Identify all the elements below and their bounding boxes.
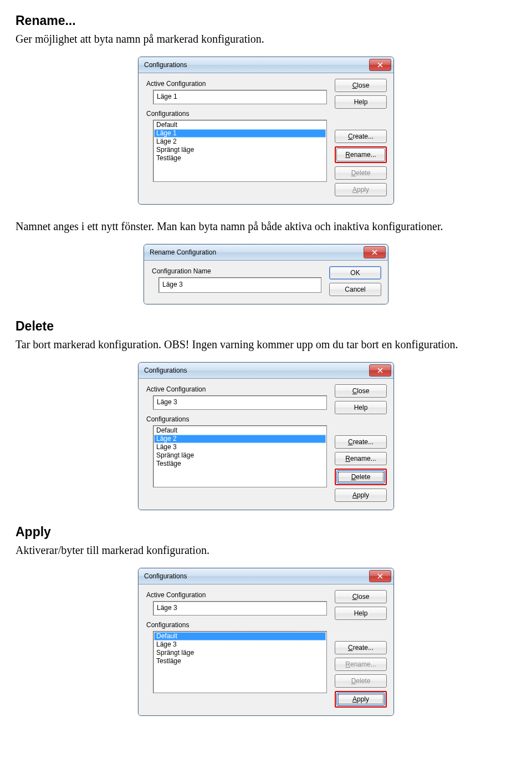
help-button[interactable]: Help	[335, 607, 387, 620]
close-icon[interactable]	[364, 246, 386, 258]
close-icon[interactable]	[369, 570, 391, 582]
section-apply-para: Aktiverar/byter till markerad konfigurat…	[16, 543, 516, 558]
section-rename-para1: Ger möjlighet att byta namn på markerad …	[16, 32, 516, 47]
section-rename-title: Rename...	[16, 13, 516, 28]
rename-button[interactable]: Rename...	[335, 658, 387, 671]
rename-configuration-dialog: Rename Configuration Configuration Name …	[144, 244, 388, 304]
apply-button[interactable]: Apply	[335, 489, 387, 502]
configurations-dialog-2: Configurations Active Configuration Läge…	[138, 362, 394, 510]
configurations-label: Configurations	[146, 415, 327, 423]
dialog-titlebar[interactable]: Configurations	[139, 568, 393, 584]
list-item[interactable]: Läge 3	[154, 640, 326, 649]
list-item[interactable]: Sprängt läge	[154, 451, 326, 460]
list-item[interactable]: Läge 2	[154, 435, 326, 443]
close-button[interactable]: Close	[335, 79, 387, 92]
close-icon[interactable]	[369, 59, 391, 71]
list-item[interactable]: Testläge	[154, 154, 326, 162]
configurations-dialog-1: Configurations Active Configuration Läge…	[138, 57, 394, 205]
active-configuration-value: Läge 1	[153, 90, 327, 104]
delete-button[interactable]: Delete	[335, 674, 387, 688]
help-button[interactable]: Help	[335, 401, 387, 414]
list-item[interactable]: Testläge	[154, 657, 326, 665]
section-delete-para: Tar bort markerad konfiguration. OBS! In…	[16, 337, 516, 352]
list-item[interactable]: Sprängt läge	[154, 146, 326, 154]
delete-button[interactable]: Delete	[336, 470, 385, 484]
active-configuration-value: Läge 3	[153, 395, 327, 410]
active-configuration-label: Active Configuration	[146, 385, 327, 393]
close-button[interactable]: Close	[335, 590, 387, 603]
apply-button[interactable]: Apply	[335, 183, 387, 196]
list-item[interactable]: Läge 1	[154, 129, 326, 138]
section-apply-title: Apply	[16, 525, 516, 540]
list-item[interactable]: Testläge	[154, 460, 326, 468]
close-icon[interactable]	[369, 364, 391, 377]
create-button[interactable]: Create...	[335, 130, 387, 143]
delete-highlight: Delete	[335, 469, 387, 485]
list-item[interactable]: Läge 3	[154, 443, 326, 451]
configurations-listbox[interactable]: Default Läge 3 Sprängt läge Testläge	[153, 631, 327, 693]
configuration-name-label: Configuration Name	[152, 267, 321, 275]
configurations-listbox[interactable]: Default Läge 1 Läge 2 Sprängt läge Testl…	[153, 120, 327, 182]
configurations-listbox[interactable]: Default Läge 2 Läge 3 Sprängt läge Testl…	[153, 425, 327, 487]
configurations-dialog-3: Configurations Active Configuration Läge…	[138, 568, 394, 716]
close-button[interactable]: Close	[335, 384, 387, 398]
list-item[interactable]: Default	[154, 121, 326, 129]
apply-button[interactable]: Apply	[336, 693, 385, 706]
delete-button[interactable]: Delete	[335, 166, 387, 180]
help-button[interactable]: Help	[335, 95, 387, 109]
dialog-title: Configurations	[144, 367, 187, 374]
active-configuration-value: Läge 3	[153, 601, 327, 616]
create-button[interactable]: Create...	[335, 641, 387, 654]
active-configuration-label: Active Configuration	[146, 591, 327, 599]
dialog-titlebar[interactable]: Rename Configuration	[144, 245, 388, 261]
create-button[interactable]: Create...	[335, 435, 387, 449]
list-item[interactable]: Läge 2	[154, 138, 326, 146]
rename-button[interactable]: Rename...	[336, 148, 385, 161]
section-delete-title: Delete	[16, 319, 516, 334]
list-item[interactable]: Default	[154, 632, 326, 640]
list-item[interactable]: Default	[154, 426, 326, 435]
dialog-title: Configurations	[144, 61, 187, 69]
active-configuration-label: Active Configuration	[146, 80, 327, 88]
configuration-name-input[interactable]: Läge 3	[158, 277, 321, 293]
list-item[interactable]: Sprängt läge	[154, 649, 326, 657]
dialog-title: Rename Configuration	[150, 248, 216, 256]
cancel-button[interactable]: Cancel	[329, 283, 381, 296]
ok-button[interactable]: OK	[329, 266, 381, 279]
rename-highlight: Rename...	[335, 146, 387, 163]
configurations-label: Configurations	[146, 110, 327, 118]
rename-button[interactable]: Rename...	[335, 452, 387, 465]
configurations-label: Configurations	[146, 621, 327, 629]
section-rename-para2: Namnet anges i ett nytt fönster. Man kan…	[16, 219, 516, 234]
dialog-titlebar[interactable]: Configurations	[139, 57, 393, 73]
apply-highlight: Apply	[335, 691, 387, 708]
dialog-title: Configurations	[144, 572, 187, 580]
dialog-titlebar[interactable]: Configurations	[139, 363, 393, 379]
